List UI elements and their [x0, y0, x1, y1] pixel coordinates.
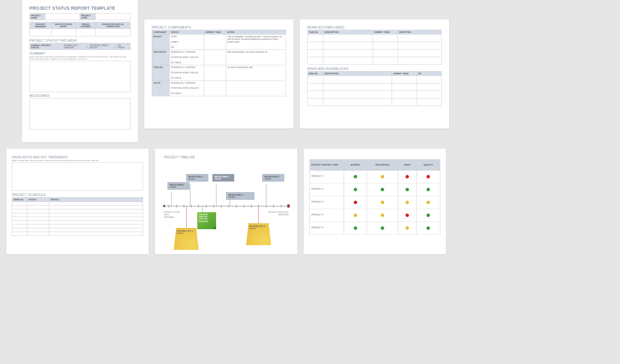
table-row	[308, 42, 442, 50]
table-row	[308, 57, 442, 65]
milestone-4: MILESTONE 4Details	[226, 192, 254, 200]
risks-table: RISK NO.DESCRIPTIONOWNER / TEAMFIX	[307, 71, 442, 106]
components-heading: PROJECT COMPONENTS	[152, 26, 286, 29]
roadblock-line	[186, 206, 187, 229]
table-row	[12, 209, 143, 213]
highlights-box	[12, 162, 143, 191]
components-table: COMPONENT STATUS OWNER / TEAM NOTES BUDG…	[152, 30, 286, 96]
schedule-heading: PROJECT SCHEDULE	[12, 193, 143, 197]
roadblock-2: ROADBLOCK 2Details	[246, 223, 271, 245]
status-dot	[354, 175, 357, 178]
milestones-box	[29, 98, 130, 129]
page-status-report: PROJECT STATUS REPORT TEMPLATE PROJECT N…	[22, 0, 138, 142]
roadblock-line	[258, 206, 259, 225]
page-highlights-schedule: HIGHLIGHTS AND KEY TAKEAWAYS Bullets of …	[6, 149, 149, 254]
summary-hint: Enter information here about overall sta…	[29, 56, 130, 60]
table-row: PROJECT 4	[310, 209, 440, 222]
schedule-table: WEEK NO.STATUSDETAILS	[12, 197, 143, 236]
table-row: PROJECT 3	[310, 196, 440, 209]
arrow-right-icon	[287, 204, 290, 208]
table-row	[12, 206, 143, 209]
risks-heading: RISKS AND ROADBLOCKS	[307, 67, 442, 71]
status-dot	[405, 188, 409, 191]
status-dot	[381, 201, 384, 204]
milestone-3: MILESTONE 3Details	[212, 174, 234, 182]
status-dot	[427, 226, 430, 230]
status-dot	[405, 226, 409, 230]
roadblock-1: ROADBLOCK 1Details	[174, 228, 199, 250]
status-dot	[381, 226, 384, 230]
table-row	[308, 50, 442, 57]
status-dot	[354, 188, 357, 191]
table-row: PROJECT 1	[310, 171, 440, 183]
status-dot	[354, 214, 357, 217]
summary-heading: SUMMARY	[29, 52, 130, 55]
table-row	[308, 83, 442, 91]
status-dot	[427, 201, 430, 204]
end-date-label: PROJECT END DATE00/00/0000	[267, 211, 289, 216]
table-row	[308, 76, 442, 83]
label-project-code: PROJECT CODE	[80, 13, 96, 20]
timeline: MILESTONE 1Details MILESTONE 2Details MI…	[164, 162, 289, 244]
label-project-name: PROJECT NAME	[30, 13, 45, 20]
table-row: PROJECT 5	[310, 222, 440, 235]
status-dot	[405, 175, 409, 178]
status-dot	[427, 188, 430, 191]
meta-table-2: PROJECT MANAGER DATE OF STATUS ENTRY PER…	[29, 22, 130, 36]
status-dot	[405, 201, 409, 204]
page-report-card: PROJECT REPORT CARD BUDGET RESOURCES RIS…	[304, 149, 446, 254]
table-row: PROJECT 2	[310, 183, 440, 196]
timeline-heading: PROJECT TIMELINE	[164, 156, 289, 159]
table-row: BUDGETOVER – UNDER – ONCall out highligh…	[152, 34, 286, 50]
timeline-axis	[164, 206, 289, 206]
status-heading: PROJECT STATUS THIS WEEK	[29, 39, 130, 42]
milestones-heading: MILESTONES	[29, 94, 130, 98]
table-row: RESOURCESROADBLOCK / OVERAGE – POTENTIAL…	[152, 50, 286, 65]
milestone-2: MILESTONE 2Details	[186, 174, 208, 182]
table-row: TIMELINEROADBLOCK / OVERAGE – POTENTIAL …	[152, 65, 286, 81]
work-heading: WORK ACCOMPLISHED	[307, 26, 442, 29]
page-timeline: PROJECT TIMELINE MILESTONE 1Details MILE…	[155, 149, 297, 254]
highlights-heading: HIGHLIGHTS AND KEY TAKEAWAYS	[12, 156, 143, 159]
overall-status-bar: OVERALL PROJECT STATUS ROADBLOCK / OVERA…	[29, 43, 130, 50]
table-row	[12, 232, 143, 236]
status-dot	[405, 214, 409, 217]
status-dot	[354, 226, 357, 230]
page-work-risks: WORK ACCOMPLISHED TASK NO.DESCRIPTIONOWN…	[300, 19, 449, 129]
current-position-note: CURRENTTIMELINEPOSITION00/00/0000	[197, 212, 216, 229]
status-dot	[381, 214, 384, 217]
status-dot	[427, 214, 430, 217]
summary-box	[29, 61, 130, 92]
table-row	[12, 213, 143, 217]
milestone-5: MILESTONE 5Details	[262, 174, 284, 182]
page-components: PROJECT COMPONENTS COMPONENT STATUS OWNE…	[144, 19, 294, 129]
table-row	[12, 202, 143, 206]
status-dot	[381, 175, 384, 178]
table-row	[12, 224, 143, 228]
status-dot	[427, 175, 430, 178]
table-row	[308, 34, 442, 42]
table-row	[12, 228, 143, 232]
start-date-label: PROJECT START DATE00/00/0000	[164, 211, 186, 218]
timeline-tick	[169, 205, 169, 208]
table-row	[12, 221, 143, 224]
status-dot	[381, 188, 384, 191]
work-table: TASK NO.DESCRIPTIONOWNER / TEAMRECEPTION	[307, 30, 442, 65]
meta-table-1: PROJECT NAME PROJECT CODE	[29, 13, 130, 20]
table-row	[308, 98, 442, 106]
report-card-table: PROJECT REPORT CARD BUDGET RESOURCES RIS…	[309, 159, 440, 235]
status-dot	[354, 201, 357, 204]
milestone-1: MILESTONE 1Details	[167, 182, 189, 190]
highlights-hint: Bullets of great work, who owns what, wh…	[12, 160, 143, 162]
table-row	[308, 91, 442, 98]
table-row	[12, 217, 143, 221]
page-title: PROJECT STATUS REPORT TEMPLATE	[29, 6, 130, 11]
table-row: SCOPEROADBLOCK / OVERAGE – POTENTIAL RIS…	[152, 81, 286, 96]
arrow-left-icon	[162, 204, 165, 208]
